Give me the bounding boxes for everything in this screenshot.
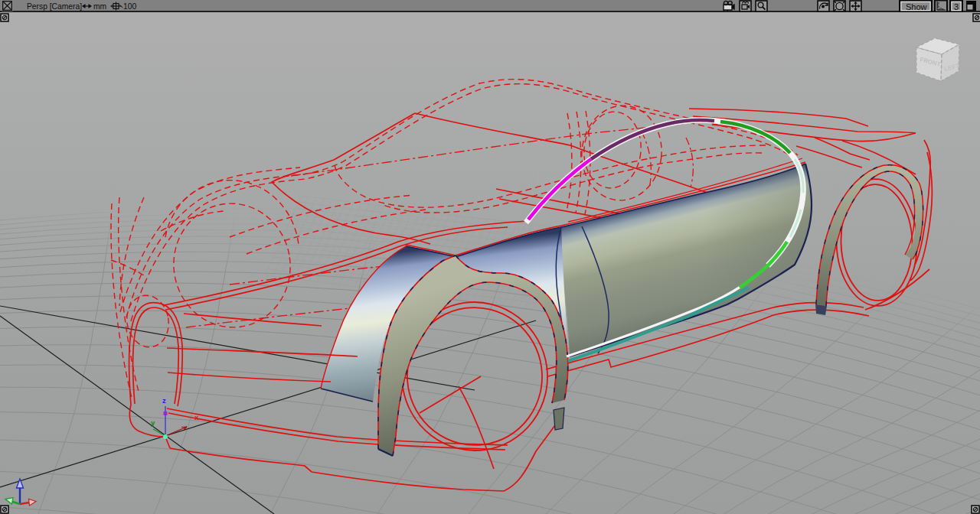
svg-text:Persp [Camera]: Persp [Camera] [27, 2, 82, 11]
svg-text:Show: Show [906, 2, 927, 11]
svg-text:100: 100 [123, 2, 136, 11]
svg-text:x: x [194, 413, 199, 421]
svg-text:y: y [151, 418, 155, 427]
svg-text:z: z [162, 396, 166, 405]
svg-text:mm: mm [93, 2, 106, 11]
svg-text:3: 3 [954, 2, 959, 11]
